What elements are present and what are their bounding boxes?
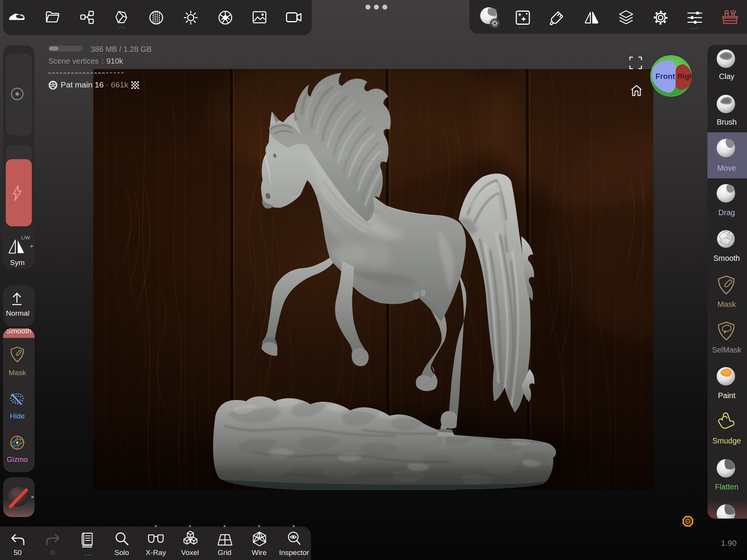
svg-text:Righ: Righ (678, 72, 692, 80)
svg-text:Front: Front (655, 72, 675, 81)
